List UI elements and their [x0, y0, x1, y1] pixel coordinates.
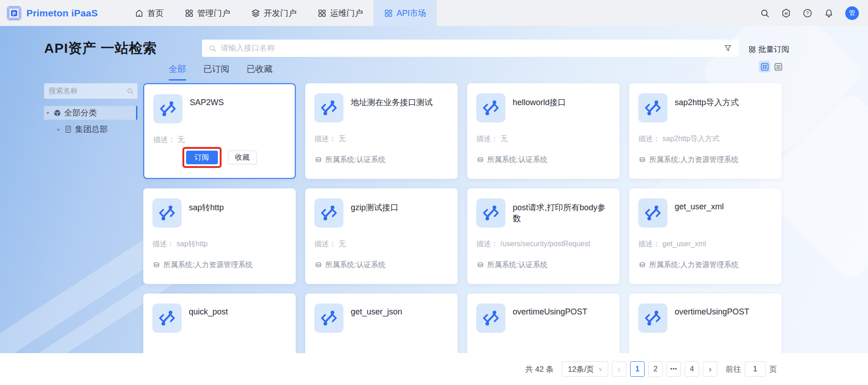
api-card-grid: SAP2WS 描述：无 订阅 收藏 地址测在业务接口测试 描述：无 所属系统:认… — [143, 83, 782, 385]
user-avatar[interactable]: 管 — [845, 6, 859, 20]
database-icon — [314, 261, 323, 269]
filter-funnel-icon[interactable] — [723, 44, 732, 53]
nav-right-actions: AI ? 管 — [760, 6, 859, 20]
document-icon — [64, 125, 72, 133]
api-card-title: 地址测在业务接口测试 — [351, 97, 451, 108]
tab-subscribed[interactable]: 已订阅 — [203, 63, 229, 81]
tab-all[interactable]: 全部 — [169, 63, 186, 81]
api-card-system: 所属系统:人力资源管理系统 — [638, 260, 738, 270]
page-button-4[interactable]: 4 — [685, 361, 699, 377]
next-page-button[interactable]: › — [703, 361, 717, 377]
api-card[interactable]: helloworld接口 描述：无 所属系统:认证系统 — [467, 83, 620, 179]
database-icon — [314, 156, 323, 164]
annotation-highlight-box: 订阅 — [182, 147, 222, 168]
svg-text:?: ? — [806, 10, 809, 15]
favorite-button[interactable]: 收藏 — [228, 151, 257, 164]
tree-node-label: 全部分类 — [64, 107, 97, 118]
tree-node-label: 集团总部 — [75, 124, 108, 135]
top-navigation-bar: P Primeton iPaaS 首页 管理门户 开发门户 运维门户 — [0, 0, 868, 26]
api-card-system: 所属系统:认证系统 — [314, 260, 385, 270]
nav-item-home[interactable]: 首页 — [124, 0, 174, 26]
api-card-description: 描述：无 — [153, 135, 185, 145]
page-button-1[interactable]: 1 — [630, 361, 645, 377]
help-icon[interactable]: ? — [802, 8, 812, 18]
total-count-label: 共 42 条 — [525, 364, 554, 375]
api-card-title: overtimeUsingPOST — [513, 307, 613, 317]
api-card[interactable]: gzip测试接口 描述：无 所属系统:认证系统 — [305, 188, 458, 284]
tab-favorited[interactable]: 已收藏 — [247, 63, 273, 81]
tree-node-group-hq[interactable]: ▸ 集团总部 — [44, 122, 137, 136]
category-tree: ▾ 全部分类 ▸ 集团总部 — [44, 106, 137, 136]
main-menu: 首页 管理门户 开发门户 运维门户 API市场 — [124, 0, 437, 26]
api-icon — [314, 93, 343, 122]
api-card[interactable]: sap2http导入方式 描述：sap2http导入方式 所属系统:人力资源管理… — [629, 83, 782, 179]
grid-icon — [185, 9, 194, 18]
page-button-2[interactable]: 2 — [648, 361, 663, 377]
database-icon — [152, 261, 161, 269]
list-view-icon — [774, 62, 783, 71]
card-view-toggle[interactable] — [759, 61, 770, 72]
api-search-input[interactable] — [221, 44, 723, 53]
nav-item-ops-portal[interactable]: 运维门户 — [307, 0, 373, 26]
pagination-bar: 共 42 条 12条/页 ∨ ‹ 1 2 ••• 4 › 前往 页 — [0, 353, 868, 385]
api-icon — [638, 198, 667, 228]
caret-right-icon[interactable]: ▸ — [56, 126, 61, 132]
caret-down-icon[interactable]: ▾ — [45, 110, 50, 116]
primeton-logo-icon: P — [6, 5, 22, 21]
prev-page-button[interactable]: ‹ — [612, 361, 626, 377]
page-size-select[interactable]: 12条/页 ∨ — [562, 361, 608, 377]
view-mode-toggles — [759, 61, 784, 72]
api-card-description: 描述：sap2http导入方式 — [638, 134, 719, 144]
subscribe-button[interactable]: 订阅 — [186, 151, 218, 164]
nav-item-label: 开发门户 — [264, 8, 297, 19]
nav-item-label: 首页 — [147, 8, 164, 19]
api-card-sap2ws[interactable]: SAP2WS 描述：无 订阅 收藏 — [143, 83, 296, 179]
ai-assistant-icon[interactable]: AI — [781, 8, 791, 18]
api-card-title: gzip测试接口 — [351, 202, 451, 213]
api-icon — [314, 304, 343, 333]
api-card[interactable]: 地址测在业务接口测试 描述：无 所属系统:认证系统 — [305, 83, 458, 179]
search-icon[interactable] — [760, 8, 770, 18]
svg-text:AI: AI — [785, 11, 788, 15]
page-title: API资产 一站检索 — [44, 39, 157, 58]
api-card-description: 描述：get_user_xml — [638, 239, 706, 249]
nav-item-admin-portal[interactable]: 管理门户 — [174, 0, 241, 26]
api-card-system: 所属系统:人力资源管理系统 — [152, 260, 252, 270]
api-card-description: 描述：sap转http — [152, 239, 207, 249]
app-window: P Primeton iPaaS 首页 管理门户 开发门户 运维门户 — [0, 0, 868, 385]
grid-icon — [748, 46, 756, 53]
page-ellipsis-button[interactable]: ••• — [666, 361, 681, 377]
api-card-system: 所属系统:认证系统 — [314, 155, 385, 165]
database-icon — [476, 261, 484, 269]
api-card[interactable]: post请求,打印所有body参数 描述：/users/security/pos… — [467, 188, 620, 284]
app-logo[interactable]: P Primeton iPaaS — [6, 5, 98, 21]
svg-text:P: P — [12, 10, 15, 16]
api-card-title: post请求,打印所有body参数 — [513, 202, 613, 224]
api-card-system: 所属系统:人力资源管理系统 — [638, 155, 738, 165]
api-card-title: get_user_json — [351, 307, 451, 317]
goto-page-input[interactable] — [745, 361, 766, 377]
batch-subscribe-label: 批量订阅 — [758, 44, 789, 55]
chevron-down-icon: ∨ — [599, 366, 602, 372]
api-icon — [153, 94, 182, 123]
nav-item-api-market[interactable]: API市场 — [373, 0, 437, 26]
api-card-description: 描述：无 — [314, 239, 346, 249]
database-icon — [476, 156, 484, 164]
nav-item-label: 运维门户 — [330, 8, 363, 19]
tree-node-all-categories[interactable]: ▾ 全部分类 — [44, 106, 137, 120]
api-icon — [152, 198, 182, 228]
nav-item-dev-portal[interactable]: 开发门户 — [241, 0, 307, 26]
notification-bell-icon[interactable] — [824, 8, 834, 18]
batch-subscribe-button[interactable]: 批量订阅 — [748, 44, 789, 55]
api-card[interactable]: sap转http 描述：sap转http 所属系统:人力资源管理系统 — [143, 188, 296, 284]
category-search-input[interactable] — [44, 83, 137, 99]
search-icon — [126, 87, 134, 95]
grid-icon — [318, 9, 327, 18]
home-icon — [135, 9, 144, 18]
list-view-toggle[interactable] — [772, 61, 784, 72]
database-icon — [638, 156, 646, 164]
goto-page-label: 前往 — [726, 364, 741, 375]
api-icon — [476, 93, 505, 122]
goto-page-unit: 页 — [769, 364, 777, 375]
api-card[interactable]: get_user_xml 描述：get_user_xml 所属系统:人力资源管理… — [629, 188, 782, 284]
